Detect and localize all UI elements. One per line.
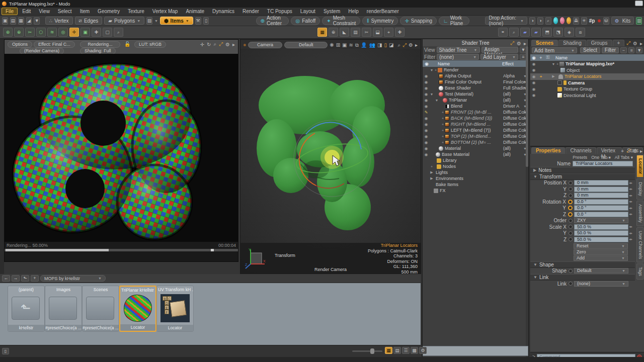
tree-row-fx[interactable]: FX bbox=[423, 188, 528, 194]
grid-floor-icon[interactable]: ≋ bbox=[349, 42, 353, 48]
tab-channels[interactable]: Channels bbox=[566, 147, 596, 154]
channel-toggle[interactable] bbox=[569, 219, 573, 223]
item-row-texture-group[interactable]: ◉ Texture Group bbox=[530, 86, 644, 93]
item-row-directional-light[interactable]: ◉ Directional Light bbox=[530, 93, 644, 99]
preset-tile-images[interactable]: Images #presetChoice(a ... bbox=[45, 286, 82, 332]
menu-tc-popups[interactable]: TC Popups bbox=[264, 8, 296, 15]
filter-dropdown[interactable]: (none) ▼ bbox=[437, 54, 479, 60]
preview-rendering-button[interactable]: Rendering... bbox=[80, 41, 120, 48]
mesh-constraint-button[interactable]: ✦ Mesh Constraint bbox=[322, 17, 360, 25]
list-icon[interactable]: ≡ bbox=[628, 47, 635, 53]
menu-help[interactable]: Help bbox=[345, 8, 362, 15]
scale-y-field[interactable]: 50.0 % bbox=[574, 230, 628, 236]
plus-icon[interactable]: + bbox=[555, 62, 559, 66]
tree-row-top[interactable]: ◉+ TOP (2) (M=Blend... Diffuse Color▼ bbox=[423, 133, 528, 139]
position-y-field[interactable]: 0 mm bbox=[574, 187, 628, 192]
plus-icon[interactable]: + bbox=[430, 165, 434, 168]
side-tab-tags[interactable]: Tags bbox=[636, 263, 643, 280]
transform-section-header[interactable]: ▼ Transform bbox=[530, 173, 635, 180]
blue-box2-icon[interactable]: ▰ bbox=[531, 28, 541, 37]
minus-icon[interactable]: − bbox=[620, 47, 627, 53]
plus-icon[interactable]: + bbox=[441, 123, 445, 126]
order-dropdown[interactable]: ZXY ▼ bbox=[574, 218, 628, 223]
mode-vertex-button[interactable]: ∴ Vertex bbox=[45, 17, 73, 25]
notes-section-header[interactable]: ▶ Notes bbox=[530, 167, 635, 173]
tree-row-library[interactable]: Library bbox=[423, 157, 528, 163]
expand-icon[interactable]: ⤢ bbox=[219, 41, 223, 47]
menu-view[interactable]: View bbox=[35, 8, 53, 15]
channel-toggle[interactable] bbox=[569, 282, 573, 286]
gear-icon[interactable]: ⚙ bbox=[633, 148, 637, 154]
rotation-y-field[interactable]: 0.0 ° bbox=[574, 205, 628, 211]
tree-row-render[interactable]: ▼+ Render bbox=[423, 67, 528, 73]
channel-toggle-active[interactable] bbox=[568, 200, 573, 204]
axis-move-icon[interactable]: ⊕ bbox=[329, 28, 338, 37]
eye-icon[interactable]: ◉ bbox=[423, 146, 430, 151]
hash-p-icon[interactable]: #p bbox=[589, 18, 595, 24]
corner-shade-icon[interactable]: ◪ bbox=[389, 42, 393, 48]
expand-icon[interactable]: ⤢ bbox=[403, 42, 407, 48]
moon-icon[interactable]: ◑ bbox=[529, 17, 535, 25]
menu-geometry[interactable]: Geometry bbox=[94, 8, 123, 15]
link-dropdown[interactable]: (none) ▼ bbox=[574, 281, 628, 287]
shader-tree-hscrollbar[interactable] bbox=[423, 346, 528, 356]
disk-icon[interactable]: ⛁ bbox=[603, 17, 609, 25]
tab-scenes[interactable]: Scenes bbox=[531, 40, 558, 46]
collapse-arrow-icon[interactable]: ▶ bbox=[430, 176, 434, 180]
expand-arrow-icon[interactable]: ▼ bbox=[430, 68, 434, 72]
tree-row-triplanar[interactable]: ◉▼ TriPlanar (all)▼ bbox=[423, 97, 528, 103]
channel-toggle[interactable] bbox=[569, 231, 573, 235]
channel-toggle[interactable] bbox=[569, 237, 573, 241]
tree-row-back[interactable]: ◉+ BACK (M=Blend (3)) Diffuse Color▼ bbox=[423, 115, 528, 121]
small-thumb-view-icon[interactable]: ▤ bbox=[393, 347, 401, 354]
eye-icon[interactable]: ◉ bbox=[530, 62, 537, 66]
gear-icon[interactable]: ⚙ bbox=[633, 41, 637, 46]
symmetry-button[interactable]: ‖ Symmetry bbox=[362, 17, 398, 25]
envelope-icon[interactable]: ◂▸ bbox=[628, 231, 633, 235]
grid-icon[interactable]: ▦ bbox=[18, 17, 24, 25]
plus-icon[interactable]: + bbox=[441, 129, 445, 132]
frame-tool-icon[interactable]: ▢ bbox=[103, 28, 112, 37]
spheres-icon[interactable]: ⚭ bbox=[498, 28, 508, 37]
up-level-icon[interactable]: ⬑ bbox=[21, 275, 29, 282]
preset-tile-parent[interactable]: (parent) ⬑ kHellstr bbox=[8, 286, 45, 332]
moon-alt-icon[interactable]: ◑ bbox=[537, 17, 543, 25]
menu-select[interactable]: Select bbox=[54, 8, 75, 15]
gear-icon[interactable]: ⚙ bbox=[517, 41, 521, 46]
printer-icon[interactable]: 🖶 bbox=[573, 17, 579, 25]
filter-funnel-icon[interactable]: ▼ bbox=[636, 47, 642, 53]
pivot-icon[interactable]: ⚒ bbox=[195, 17, 201, 25]
tree-row-right[interactable]: ◉+ RIGHT (M=Blend ... Diffuse Color▼ bbox=[423, 121, 528, 127]
half-shade-icon[interactable]: ◨ bbox=[377, 42, 382, 48]
preset-path-dropdown[interactable]: MOPS by kHellstr ▼ bbox=[40, 275, 106, 282]
envelope-icon[interactable]: ◂▸ bbox=[628, 237, 633, 241]
one-tab-dropdown[interactable]: One Tab ▾ bbox=[591, 155, 611, 160]
mode-edges-button[interactable]: ⧄ Edges bbox=[75, 17, 103, 25]
tab-vertex-map[interactable]: Vertex M ... bbox=[597, 147, 622, 154]
channel-toggle[interactable] bbox=[569, 269, 573, 273]
cube-light-icon[interactable]: ⬒ bbox=[542, 28, 552, 37]
loop-tool-icon[interactable]: ≋ bbox=[47, 28, 57, 37]
link-section-header[interactable]: ▼ Link bbox=[530, 274, 635, 281]
panel-menu-icon[interactable]: ▸ bbox=[415, 42, 418, 48]
envelope-icon[interactable]: ◂▸ bbox=[628, 181, 633, 185]
preview-options-button[interactable]: Options bbox=[8, 41, 32, 48]
eye-icon[interactable]: ◉ bbox=[423, 116, 430, 121]
uv-grid-icon[interactable]: ▦ bbox=[317, 28, 327, 37]
shape-section-header[interactable]: ▼ Shape bbox=[530, 261, 635, 268]
eye-icon[interactable]: ◉ bbox=[423, 128, 430, 133]
assign-material-button[interactable]: Assign Material bbox=[481, 47, 519, 53]
kits-button[interactable]: ⚙ Kits bbox=[611, 17, 634, 25]
scale-x-field[interactable]: 50.0 % bbox=[574, 224, 628, 230]
tree-row-alpha-output[interactable]: ◉ Alpha Output Alpha▼ bbox=[423, 73, 528, 79]
envelope-icon[interactable]: ◂▸ bbox=[628, 187, 633, 191]
paint-pink-icon[interactable] bbox=[560, 17, 565, 24]
plus-icon[interactable]: + bbox=[537, 74, 544, 79]
eye-icon[interactable]: ◉ bbox=[423, 140, 430, 145]
shaded-icon[interactable]: ▣ bbox=[342, 42, 347, 48]
filter-funnel-icon[interactable]: ▼ bbox=[34, 17, 40, 25]
viewport-canvas[interactable] bbox=[240, 49, 421, 274]
cut-alt-icon[interactable]: ✂ bbox=[362, 28, 371, 37]
side-tab-display[interactable]: Display bbox=[636, 178, 643, 200]
all-tabs-dropdown[interactable]: All Tabs ▾ bbox=[615, 155, 633, 160]
